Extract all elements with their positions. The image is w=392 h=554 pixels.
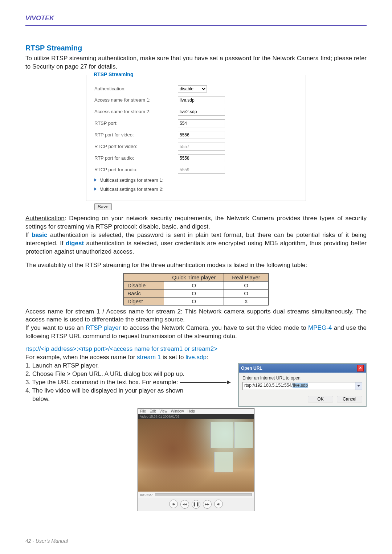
fieldset-legend: RTSP Streaming [91,71,135,77]
access-name-paragraph: Access name for stream 1 / Access name f… [25,308,367,324]
table-header-quicktime: Quick Time player [164,273,224,281]
access-name-heading: Access name for stream 1 / Access name f… [25,308,181,315]
rtsp-player-link: RTSP player [86,324,121,331]
availability-table: Quick Time player Real Player Disable O … [123,273,269,305]
open-url-dialog: Open URL × Enter an Internet URL to open… [238,363,367,407]
player-menu[interactable]: Edit [150,409,156,413]
dialog-title: Open URL [241,366,262,371]
step-4a: 4. The live video will be displayed in y… [25,387,231,395]
table-row: Digest O X [124,297,269,305]
url-template: rtsp://<ip address>:<rtsp port>/<access … [25,345,217,352]
step-3: 3. Type the URL command in the text box.… [25,378,231,387]
section-title: RTSP Streaming [25,44,367,52]
table-row: Basic O O [124,289,269,297]
digest-keyword: digest [66,240,84,247]
video-area [138,419,254,492]
multicast-stream1-label: Multicast settings for stream 1: [99,177,163,183]
auth-select[interactable]: disable [178,85,207,93]
multicast-stream1-expander[interactable]: Multicast settings for stream 1: [94,177,298,183]
rtcp-audio-input[interactable] [178,166,225,174]
chevron-right-icon [94,188,97,190]
stream2-access-label: Access name for stream 2: [94,109,178,114]
mpeg4-link: MPEG-4 [308,324,332,331]
step-4b: below. [25,395,231,403]
basic-keyword: basic [32,231,47,238]
skip-forward-icon[interactable]: ⏭ [214,500,223,508]
player-menu[interactable]: View [159,409,167,413]
header-rule [25,25,367,26]
player-controls: ⏮ ◂◂ ❚❚ ▸▸ ⏭ [138,498,254,511]
table-header-empty [124,273,164,281]
example-sentence: For example, when the access name for st… [25,353,367,362]
basic-digest-paragraph: If basic authentication is selected, the… [25,231,367,256]
stream2-access-input[interactable] [178,108,225,116]
table-header-realplayer: Real Player [224,273,269,281]
step-2: 2. Choose File > Open URL. A URL dialog … [25,370,231,378]
rtsp-port-label: RTSP port: [94,120,178,126]
player-menu[interactable]: Window [171,409,184,413]
rtcp-audio-label: RTCP port for audio: [94,167,178,172]
save-button[interactable]: Save [94,203,112,210]
rtsp-config-panel: RTSP Streaming Authentication: disable A… [86,75,306,201]
multicast-stream2-label: Multicast settings for stream 2: [99,186,163,192]
progress-bar[interactable] [155,493,252,496]
skip-back-icon[interactable]: ⏮ [169,500,178,508]
arrow-line [180,382,226,383]
page-footer: 42 - User's Manual [25,538,68,544]
player-time: 00:05:27 [140,493,153,497]
rewind-icon[interactable]: ◂◂ [180,500,189,509]
rtcp-video-label: RTCP port for video: [94,144,178,149]
authentication-paragraph: Authentication: Depending on your networ… [25,214,367,231]
player-menu[interactable]: Help [187,409,195,413]
dialog-label: Enter an Internet URL to open: [242,376,362,381]
authentication-heading: Authentication [25,215,65,222]
step-1: 1. Launch an RTSP player. [25,362,231,370]
player-menu-bar: File Edit View Window Help [138,409,254,414]
arrow-right-icon [227,381,231,384]
stream1-access-input[interactable] [178,96,225,104]
rtcp-video-input[interactable] [178,143,225,151]
brand: VIVOTEK [25,15,367,25]
pause-icon[interactable]: ❚❚ [192,500,200,509]
dropdown-icon[interactable] [355,382,362,390]
rtsp-player-paragraph: If you want to use an RTSP player to acc… [25,324,367,341]
availability-sentence: The availability of the RTSP streaming f… [25,261,367,270]
forward-icon[interactable]: ▸▸ [203,500,212,509]
url-input[interactable]: rtsp://192.168.5.151:554/live.sdp [242,382,355,390]
player-timestamp: Video 15:38:01 2008/01/03 [138,414,254,419]
rtp-video-input[interactable] [178,131,225,139]
rtp-video-label: RTP port for video: [94,132,178,138]
video-player-preview: File Edit View Window Help Video 15:38:0… [138,408,254,511]
player-menu[interactable]: File [140,409,146,413]
rtsp-port-input[interactable] [178,119,225,127]
auth-label: Authentication: [94,86,178,91]
chevron-right-icon [94,178,97,181]
rtp-audio-label: RTP port for audio: [94,155,178,161]
close-icon[interactable]: × [357,365,364,372]
intro-paragraph: To utilize RTSP streaming authentication… [25,54,367,71]
cancel-button[interactable]: Cancel [337,396,362,402]
ok-button[interactable]: OK [308,396,333,402]
rtp-audio-input[interactable] [178,154,225,162]
table-row: Disable O O [124,281,269,289]
stream1-access-label: Access name for stream 1: [94,97,178,103]
multicast-stream2-expander[interactable]: Multicast settings for stream 2: [94,186,298,192]
